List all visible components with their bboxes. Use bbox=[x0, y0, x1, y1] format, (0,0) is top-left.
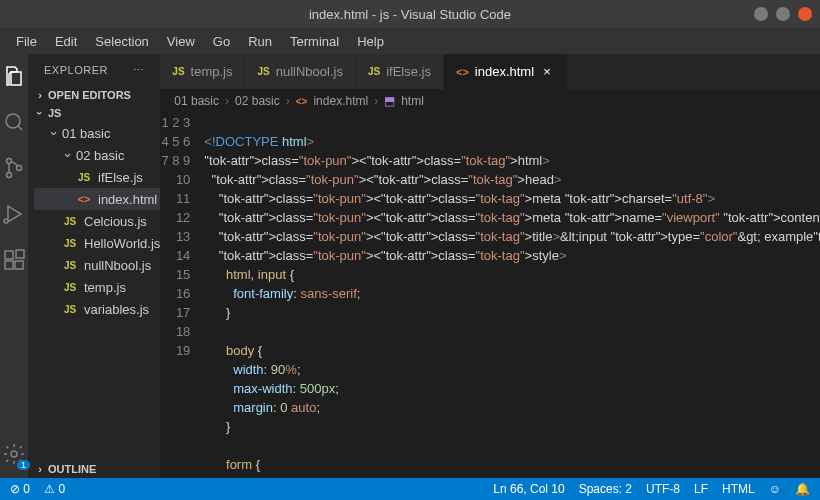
code-content[interactable]: <!DOCTYPE html> "tok-attr">class="tok-pu… bbox=[204, 113, 820, 478]
file-item[interactable]: <> index.html bbox=[34, 188, 160, 210]
html-file-icon: <> bbox=[456, 66, 469, 78]
chevron-right-icon: › bbox=[225, 94, 229, 108]
eol[interactable]: LF bbox=[694, 482, 708, 496]
crumb[interactable]: 02 basic bbox=[235, 94, 280, 108]
chevron-right-icon: › bbox=[374, 94, 378, 108]
js-file-icon: JS bbox=[62, 216, 78, 227]
js-file-icon: JS bbox=[62, 260, 78, 271]
tab-label: index.html bbox=[475, 64, 534, 79]
file-item[interactable]: JS ifElse.js bbox=[34, 166, 160, 188]
menubar: File Edit Selection View Go Run Terminal… bbox=[0, 28, 820, 54]
open-editors-section[interactable]: › OPEN EDITORS bbox=[28, 86, 160, 104]
notifications-icon[interactable]: 🔔 bbox=[795, 482, 810, 496]
search-icon[interactable] bbox=[0, 108, 28, 136]
js-file-icon: JS bbox=[257, 66, 269, 77]
indentation[interactable]: Spaces: 2 bbox=[579, 482, 632, 496]
file-item[interactable]: JS nullNbool.js bbox=[34, 254, 160, 276]
tab-temp-js[interactable]: JS temp.js bbox=[160, 54, 245, 89]
svg-rect-6 bbox=[5, 261, 13, 269]
folder-label: 01 basic bbox=[62, 126, 110, 141]
tab-nullnbool-js[interactable]: JS nullNbool.js bbox=[245, 54, 355, 89]
settings-badge: 1 bbox=[17, 460, 30, 470]
svg-rect-7 bbox=[15, 261, 23, 269]
code-editor[interactable]: 1 2 3 4 5 6 7 8 9 10 11 12 13 14 15 16 1… bbox=[160, 113, 820, 478]
menu-go[interactable]: Go bbox=[205, 31, 238, 52]
close-button[interactable] bbox=[798, 7, 812, 21]
js-file-icon: JS bbox=[62, 304, 78, 315]
window-title: index.html - js - Visual Studio Code bbox=[309, 7, 511, 22]
breadcrumbs[interactable]: 01 basic › 02 basic › <> index.html › ⬒ … bbox=[160, 89, 820, 113]
run-debug-icon[interactable] bbox=[0, 200, 28, 228]
feedback-icon[interactable]: ☺ bbox=[769, 482, 781, 496]
chevron-right-icon: › bbox=[34, 463, 46, 475]
js-file-icon: JS bbox=[76, 172, 92, 183]
chevron-right-icon: › bbox=[34, 89, 46, 101]
js-file-icon: JS bbox=[62, 282, 78, 293]
activity-bar: 1 bbox=[0, 54, 28, 478]
tab-label: nullNbool.js bbox=[276, 64, 343, 79]
menu-help[interactable]: Help bbox=[349, 31, 392, 52]
encoding[interactable]: UTF-8 bbox=[646, 482, 680, 496]
menu-view[interactable]: View bbox=[159, 31, 203, 52]
cursor-position[interactable]: Ln 66, Col 10 bbox=[493, 482, 564, 496]
chevron-right-icon: › bbox=[286, 94, 290, 108]
section-label: JS bbox=[48, 107, 61, 119]
sidebar-more-icon[interactable]: ⋯ bbox=[133, 64, 145, 77]
folder-item[interactable]: › 01 basic bbox=[34, 122, 160, 144]
minimize-button[interactable] bbox=[754, 7, 768, 21]
status-bar: ⊘ 0 ⚠ 0 Ln 66, Col 10 Spaces: 2 UTF-8 LF… bbox=[0, 478, 820, 500]
file-label: temp.js bbox=[84, 280, 126, 295]
js-file-icon: JS bbox=[62, 238, 78, 249]
menu-file[interactable]: File bbox=[8, 31, 45, 52]
crumb[interactable]: html bbox=[401, 94, 424, 108]
symbol-icon: ⬒ bbox=[384, 94, 395, 108]
titlebar: index.html - js - Visual Studio Code bbox=[0, 0, 820, 28]
errors-indicator[interactable]: ⊘ 0 bbox=[10, 482, 30, 496]
editor-area: JS temp.js JS nullNbool.js JS ifElse.js … bbox=[160, 54, 820, 478]
file-item[interactable]: JS temp.js bbox=[34, 276, 160, 298]
close-icon[interactable]: × bbox=[540, 64, 554, 79]
crumb[interactable]: index.html bbox=[313, 94, 368, 108]
menu-edit[interactable]: Edit bbox=[47, 31, 85, 52]
source-control-icon[interactable] bbox=[0, 154, 28, 182]
warnings-indicator[interactable]: ⚠ 0 bbox=[44, 482, 65, 496]
svg-point-4 bbox=[4, 219, 8, 223]
explorer-icon[interactable] bbox=[0, 62, 28, 90]
tab-label: temp.js bbox=[191, 64, 233, 79]
window-controls bbox=[754, 7, 812, 21]
menu-selection[interactable]: Selection bbox=[87, 31, 156, 52]
maximize-button[interactable] bbox=[776, 7, 790, 21]
language-mode[interactable]: HTML bbox=[722, 482, 755, 496]
folder-item[interactable]: › 02 basic bbox=[34, 144, 160, 166]
outline-section[interactable]: › OUTLINE bbox=[28, 460, 160, 478]
html-file-icon: <> bbox=[296, 96, 308, 107]
tab-ifelse-js[interactable]: JS ifElse.js bbox=[356, 54, 444, 89]
folder-label: 02 basic bbox=[76, 148, 124, 163]
js-file-icon: JS bbox=[368, 66, 380, 77]
workspace-section[interactable]: › JS bbox=[28, 104, 160, 122]
svg-point-9 bbox=[11, 451, 17, 457]
section-label: OPEN EDITORS bbox=[48, 89, 131, 101]
file-item[interactable]: JS variables.js bbox=[34, 298, 160, 320]
crumb[interactable]: 01 basic bbox=[174, 94, 219, 108]
chevron-down-icon: › bbox=[47, 127, 62, 139]
js-file-icon: JS bbox=[172, 66, 184, 77]
settings-icon[interactable]: 1 bbox=[0, 440, 28, 468]
svg-point-2 bbox=[7, 173, 12, 178]
tab-label: ifElse.js bbox=[386, 64, 431, 79]
sidebar: EXPLORER ⋯ › OPEN EDITORS › JS › 01 basi… bbox=[28, 54, 160, 478]
html-file-icon: <> bbox=[76, 193, 92, 205]
menu-run[interactable]: Run bbox=[240, 31, 280, 52]
file-tree: › 01 basic › 02 basic JS ifElse.js <> in… bbox=[28, 122, 160, 320]
file-item[interactable]: JS Celcious.js bbox=[34, 210, 160, 232]
tab-index-html[interactable]: <> index.html × bbox=[444, 54, 567, 89]
chevron-down-icon: › bbox=[61, 149, 76, 161]
chevron-down-icon: › bbox=[34, 107, 46, 119]
file-item[interactable]: JS HelloWorld.js bbox=[34, 232, 160, 254]
menu-terminal[interactable]: Terminal bbox=[282, 31, 347, 52]
sidebar-title: EXPLORER ⋯ bbox=[28, 54, 160, 86]
svg-rect-5 bbox=[5, 251, 13, 259]
extensions-icon[interactable] bbox=[0, 246, 28, 274]
tab-bar: JS temp.js JS nullNbool.js JS ifElse.js … bbox=[160, 54, 820, 89]
svg-rect-8 bbox=[16, 250, 24, 258]
